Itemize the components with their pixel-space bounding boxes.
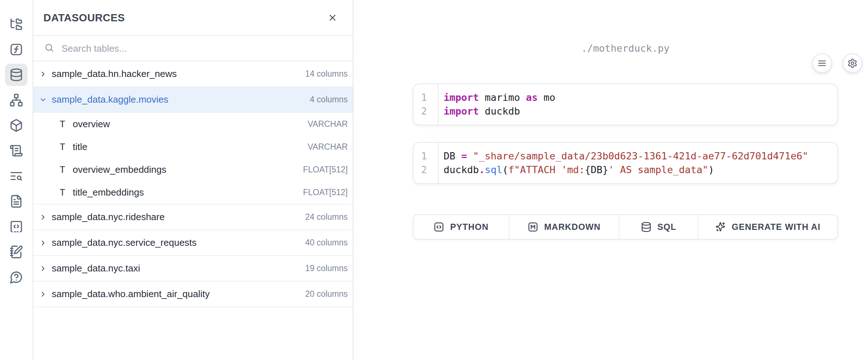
sidebar-item-variables[interactable] xyxy=(5,38,27,61)
sidebar-item-file-explorer[interactable] xyxy=(5,13,27,35)
column-count: 4 columns xyxy=(310,95,348,104)
add-cell-button-label: SQL xyxy=(657,222,676,232)
column-count: 14 columns xyxy=(305,69,348,79)
column-count: 19 columns xyxy=(305,263,348,273)
sidebar-item-logs[interactable] xyxy=(5,165,27,187)
column-type-icon: T xyxy=(60,119,65,129)
table-name: sample_data.hn.hacker_news xyxy=(52,68,177,80)
column-row[interactable]: T title VARCHAR xyxy=(33,136,353,158)
square-code-icon xyxy=(433,222,444,232)
notebook-filename: ./motherduck.py xyxy=(413,43,838,54)
table-name: sample_data.nyc.rideshare xyxy=(52,211,165,223)
column-count: 40 columns xyxy=(305,238,348,248)
chevron-right-icon xyxy=(39,239,47,247)
folder-tree-icon xyxy=(9,17,23,31)
chevron-right-icon xyxy=(39,265,47,273)
table-name: sample_data.nyc.service_requests xyxy=(52,237,196,248)
column-row[interactable]: T overview VARCHAR xyxy=(33,113,353,136)
table-name: sample_data.who.ambient_air_quality xyxy=(52,288,210,300)
table-row[interactable]: sample_data.who.ambient_air_quality 20 c… xyxy=(33,282,353,307)
box-icon xyxy=(9,119,23,132)
column-type: VARCHAR xyxy=(308,119,348,129)
text-search-icon xyxy=(9,169,23,183)
table-name: sample_data.nyc.taxi xyxy=(52,263,140,274)
sidebar-item-snippets[interactable] xyxy=(5,215,27,238)
square-m-icon xyxy=(528,222,538,232)
add-cell-button-label: PYTHON xyxy=(450,222,488,232)
table-row[interactable]: sample_data.nyc.taxi 19 columns xyxy=(33,256,353,282)
add-cell-button-label: GENERATE WITH AI xyxy=(732,222,820,232)
tables-tree: sample_data.hn.hacker_news 14 columns sa… xyxy=(33,61,353,307)
sidebar-item-outputs[interactable] xyxy=(5,140,27,162)
menu-icon xyxy=(817,58,827,68)
table-row[interactable]: sample_data.nyc.rideshare 24 columns xyxy=(33,205,353,230)
column-type: FLOAT[512] xyxy=(303,188,348,197)
search-icon xyxy=(44,43,54,54)
column-count: 24 columns xyxy=(305,212,348,222)
sparkles-icon xyxy=(715,222,726,232)
add-cell-button-row: PYTHON MARKDOWN SQL GENERATE WITH AI xyxy=(413,214,838,240)
database-icon xyxy=(9,68,23,82)
code-editor[interactable]: import marimo as mo import duckdb xyxy=(439,84,555,125)
column-name: overview xyxy=(73,119,110,130)
settings-button[interactable] xyxy=(843,53,862,73)
line-numbers: 12 xyxy=(414,84,439,125)
code-cell[interactable]: 12 import marimo as mo import duckdb xyxy=(413,83,838,125)
add-cell-markdown-button[interactable]: MARKDOWN xyxy=(509,215,619,239)
square-dashed-code-icon xyxy=(9,220,23,233)
gear-icon xyxy=(847,58,858,68)
column-name: title_embeddings xyxy=(73,187,144,198)
sidebar-item-scratchpad[interactable] xyxy=(5,241,27,263)
top-actions xyxy=(812,53,862,73)
datasources-panel-header: DATASOURCES xyxy=(33,0,353,36)
helper-panel-rail xyxy=(0,0,33,360)
chevron-right-icon xyxy=(39,290,47,298)
file-text-icon xyxy=(9,194,23,208)
code-cell[interactable]: 12 DB = "_share/sample_data/23b0d623-136… xyxy=(413,142,838,184)
column-type-icon: T xyxy=(60,142,65,152)
sidebar-item-documentation[interactable] xyxy=(5,190,27,213)
column-name: title xyxy=(73,141,87,153)
column-row[interactable]: T title_embeddings FLOAT[512] xyxy=(33,181,353,204)
add-cell-sql-button[interactable]: SQL xyxy=(619,215,698,239)
column-type: FLOAT[512] xyxy=(303,165,348,175)
column-type: VARCHAR xyxy=(308,142,348,152)
line-numbers: 12 xyxy=(414,143,439,183)
notebook-pen-icon xyxy=(9,245,23,259)
sidebar-item-help[interactable] xyxy=(5,266,27,288)
notebook-area: ./motherduck.py 12 import marimo as mo i… xyxy=(353,43,868,360)
column-name: overview_embeddings xyxy=(73,164,166,175)
column-row[interactable]: T overview_embeddings FLOAT[512] xyxy=(33,158,353,181)
add-cell-button-label: MARKDOWN xyxy=(544,222,601,232)
add-cell-python-button[interactable]: PYTHON xyxy=(414,215,509,239)
sidebar-item-packages[interactable] xyxy=(5,114,27,137)
table-row[interactable]: sample_data.hn.hacker_news 14 columns xyxy=(33,61,353,87)
sidebar-item-datasources[interactable] xyxy=(5,64,27,86)
close-icon[interactable] xyxy=(327,13,338,23)
network-icon xyxy=(9,93,23,107)
scroll-text-icon xyxy=(9,144,23,158)
message-question-icon xyxy=(9,270,23,284)
chevron-right-icon xyxy=(39,213,47,221)
column-type-icon: T xyxy=(60,187,65,198)
sidebar-item-dependency-graph[interactable] xyxy=(5,89,27,111)
chevron-right-icon xyxy=(39,70,47,78)
column-count: 20 columns xyxy=(305,289,348,299)
table-name: sample_data.kaggle.movies xyxy=(52,94,168,105)
chevron-down-icon xyxy=(39,96,47,104)
add-cell-generate-with-ai-button[interactable]: GENERATE WITH AI xyxy=(698,215,837,239)
menu-button[interactable] xyxy=(812,53,832,73)
database-icon xyxy=(641,222,652,232)
table-row[interactable]: sample_data.kaggle.movies 4 columns xyxy=(33,87,353,113)
datasources-panel: DATASOURCES sample_data.hn.hacker_news 1… xyxy=(33,0,353,360)
table-row[interactable]: sample_data.nyc.service_requests 40 colu… xyxy=(33,230,353,256)
search-input[interactable] xyxy=(62,43,343,54)
function-square-icon xyxy=(9,43,23,56)
page-title: DATASOURCES xyxy=(43,12,125,24)
table-search-row xyxy=(33,36,353,61)
code-editor[interactable]: DB = "_share/sample_data/23b0d623-1361-4… xyxy=(439,143,808,183)
column-type-icon: T xyxy=(60,164,65,175)
